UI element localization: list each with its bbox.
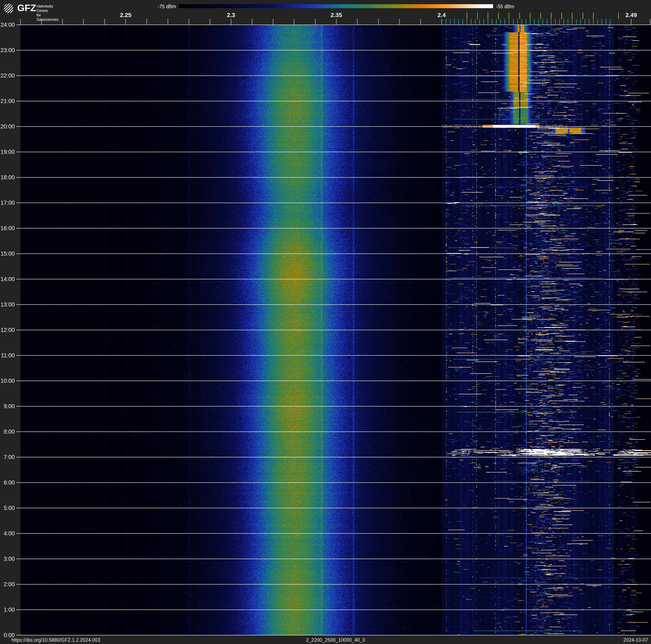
freq-minor-tick (189, 19, 189, 25)
ble-channel-tick (471, 19, 471, 25)
time-axis-label: 7:00 (0, 454, 15, 461)
freq-minor-tick (167, 19, 168, 25)
ble-channel-tick (572, 19, 572, 25)
time-axis-label: 2:00 (0, 581, 15, 588)
time-axis-label: 17:00 (0, 200, 15, 206)
ble-channel-tick (462, 19, 463, 25)
freq-minor-tick (62, 19, 63, 25)
time-axis-label: 6:00 (0, 479, 15, 486)
freq-minor-tick (650, 19, 650, 25)
freq-minor-tick (441, 19, 442, 25)
ble-channel-tick (445, 19, 446, 25)
frequency-axis: 2.252.32.352.42.49 (0, 0, 651, 25)
time-axis-label: 10:00 (0, 378, 15, 384)
doi-text: https://doi.org/10.5880/GFZ.1.2.2024.003 (11, 637, 100, 643)
time-axis-label: 11:00 (0, 352, 15, 359)
ble-channel-tick (534, 19, 535, 25)
time-axis-label: 8:00 (0, 429, 15, 435)
freq-axis-label: 2.35 (327, 12, 346, 19)
wifi-channel-tick (508, 12, 509, 19)
time-axis-label: 1:00 (0, 607, 15, 613)
wifi-channel-tick (561, 12, 562, 19)
ble-channel-tick (551, 19, 552, 25)
spectrogram-page: GFZ Helmholtz Centre for Geosciences -75… (0, 0, 651, 644)
ble-channel-tick (521, 19, 522, 25)
wifi-channel-tick (488, 12, 488, 19)
ble-channel-tick (563, 19, 564, 25)
wifi-channel-tick (593, 12, 594, 19)
ble-channel-tick (500, 19, 501, 25)
freq-axis-label: 2.49 (622, 12, 641, 19)
freq-minor-tick (420, 19, 421, 25)
ble-channel-tick (458, 19, 459, 25)
ble-channel-tick (580, 19, 581, 25)
freq-axis-label: 2.25 (116, 12, 135, 19)
time-axis: 24:0023:0022:0021:0020:0019:0018:0017:00… (0, 0, 20, 644)
time-axis-label: 15:00 (0, 251, 15, 257)
time-axis-label: 9:00 (0, 403, 15, 410)
time-axis-label: 14:00 (0, 276, 15, 283)
ble-channel-tick (555, 19, 556, 25)
ble-channel-tick (606, 19, 606, 25)
time-axis-label: 19:00 (0, 149, 15, 155)
time-axis-label: 13:00 (0, 301, 15, 308)
ble-channel-tick (513, 19, 514, 25)
ble-channel-tick (496, 19, 497, 25)
spectrogram-canvas (20, 25, 651, 635)
ble-channel-tick (559, 19, 560, 25)
time-axis-label: 23:00 (0, 47, 15, 54)
freq-axis-label: 2.4 (432, 12, 451, 19)
wifi-channel-tick (530, 12, 530, 19)
freq-axis-label: 2.3 (222, 12, 241, 19)
wifi-channel-tick (551, 12, 552, 19)
ble-channel-tick (601, 19, 602, 25)
ble-channel-tick (576, 19, 577, 25)
wifi-channel-tick (618, 12, 619, 19)
freq-minor-tick (315, 19, 316, 25)
time-axis-label: 20:00 (0, 123, 15, 130)
ble-channel-tick (488, 19, 488, 25)
time-axis-label: 3:00 (0, 556, 15, 562)
ble-channel-tick (492, 19, 492, 25)
freq-minor-tick (210, 19, 210, 25)
ble-channel-tick (526, 19, 526, 25)
ble-channel-tick (475, 19, 476, 25)
freq-minor-tick (631, 19, 631, 25)
freq-minor-tick (104, 19, 105, 25)
ble-channel-tick (508, 19, 509, 25)
ble-channel-tick (593, 19, 594, 25)
wifi-channel-tick (540, 12, 541, 19)
freq-minor-tick (125, 19, 126, 25)
time-axis-label: 18:00 (0, 174, 15, 181)
wifi-channel-tick (519, 12, 520, 19)
wifi-channel-tick (572, 12, 572, 19)
freq-minor-tick (336, 19, 337, 25)
freq-minor-tick (146, 19, 147, 25)
ble-channel-tick (538, 19, 539, 25)
ble-channel-tick (479, 19, 480, 25)
ble-channel-tick (585, 19, 585, 25)
ble-channel-tick (530, 19, 530, 25)
ble-channel-tick (589, 19, 589, 25)
freq-minor-tick (378, 19, 379, 25)
time-axis-label: 4:00 (0, 530, 15, 537)
freq-minor-tick (252, 19, 252, 25)
freq-minor-tick (83, 19, 84, 25)
time-axis-label: 5:00 (0, 505, 15, 511)
time-axis-label: 24:00 (0, 22, 15, 28)
time-axis-label: 12:00 (0, 327, 15, 333)
freq-minor-tick (273, 19, 273, 25)
wifi-channel-tick (498, 12, 499, 19)
time-axis-label: 22:00 (0, 72, 15, 79)
ble-channel-tick (568, 19, 568, 25)
ble-channel-tick (450, 19, 451, 25)
wifi-channel-tick (583, 12, 583, 19)
wifi-channel-tick (477, 12, 478, 19)
time-axis-label: 16:00 (0, 225, 15, 232)
ble-channel-tick (597, 19, 598, 25)
freq-minor-tick (399, 19, 400, 25)
ble-channel-tick (547, 19, 547, 25)
ble-channel-tick (542, 19, 543, 25)
dataset-id-text: 2_2200_2500_10000_40_0 (306, 637, 365, 643)
freq-minor-tick (41, 19, 42, 25)
